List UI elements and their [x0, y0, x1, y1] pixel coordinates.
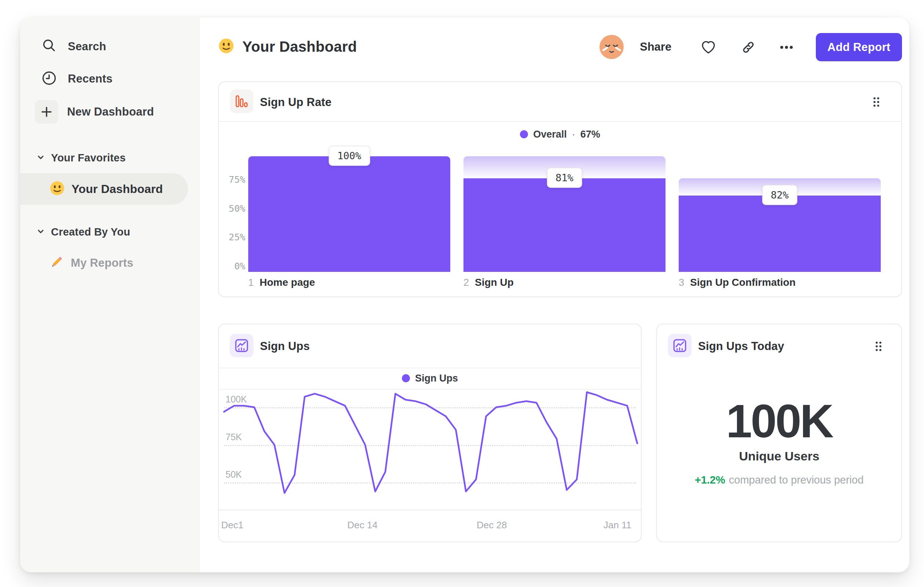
line-chart-icon [230, 334, 253, 357]
card-title: Sign Ups [260, 340, 310, 353]
x-axis-tick: Jan 11 [604, 519, 631, 531]
funnel-bar-sign-up-confirmation[interactable]: 82% [679, 82, 881, 272]
drag-handle-icon[interactable] [874, 341, 883, 354]
delta-value: +1.2% [695, 474, 725, 486]
sign-up-rate-card: Sign Up Rate Overall · 67% 75% 50% 25% 0… [218, 81, 902, 297]
y-axis-tick: 75% [219, 174, 245, 185]
funnel-plot: 100% 81% 82% [248, 82, 881, 272]
funnel-bar-sign-up[interactable]: 81% [464, 82, 665, 272]
sidebar-item-label: Recents [68, 72, 112, 86]
page-title-text: Your Dashboard [243, 38, 357, 55]
line-legend: Sign Ups [219, 368, 641, 389]
x-axis-tick: Dec1 [221, 519, 243, 531]
y-axis-tick: 25% [219, 232, 245, 243]
section-label: Created By You [51, 226, 130, 238]
step-number: 3 [679, 277, 684, 288]
funnel-bar-fill [248, 156, 450, 272]
sidebar-item-recents[interactable]: Recents [41, 70, 112, 88]
search-icon [41, 37, 58, 56]
section-your-favorites[interactable]: Your Favorites [36, 152, 126, 164]
chevron-down-icon [36, 153, 45, 163]
funnel-bar-home-page[interactable]: 100% [248, 82, 450, 272]
share-button[interactable]: Share [640, 36, 672, 58]
sidebar-item-label: Search [68, 40, 106, 53]
step-label: 2 Sign Up [464, 277, 665, 288]
sidebar-item-label: New Dashboard [67, 105, 154, 119]
y-axis-tick: 50% [219, 203, 245, 214]
step-name: Sign Up [475, 277, 514, 288]
step-number: 1 [248, 277, 254, 288]
sidebar: Search Recents New Dashboard Your Favori… [20, 18, 200, 572]
step-label: 3 Sign Up Confirmation [679, 277, 881, 288]
sign-ups-card: Sign Ups Sign Ups 100K 75K 50K Dec1 Dec … [218, 324, 642, 542]
sidebar-item-label: My Reports [71, 256, 134, 270]
funnel-bar-fill [464, 178, 665, 272]
metric-delta: +1.2%compared to previous period [657, 474, 901, 486]
x-axis-line [219, 509, 641, 510]
sidebar-item-new-dashboard[interactable]: New Dashboard [35, 100, 154, 124]
plus-icon [35, 100, 58, 124]
funnel-bar-fill [679, 195, 881, 272]
legend-label: Sign Ups [415, 373, 458, 384]
add-report-button[interactable]: Add Report [816, 33, 902, 61]
smiley-emoji-icon [50, 180, 65, 197]
y-axis-tick: 0% [219, 261, 245, 271]
section-label: Your Favorites [51, 152, 126, 164]
section-created-by-you[interactable]: Created By You [36, 226, 130, 238]
heart-icon[interactable] [699, 38, 718, 56]
app-window: Search Recents New Dashboard Your Favori… [20, 18, 909, 572]
card-header: Sign Ups Today [657, 324, 901, 368]
sign-ups-today-card: Sign Ups Today 100K Unique Users +1.2%co… [656, 324, 902, 542]
link-icon[interactable] [739, 38, 757, 56]
signups-line-path [224, 392, 637, 493]
metric-value: 100K [657, 394, 901, 448]
sidebar-item-label: Your Dashboard [71, 182, 163, 196]
conversion-badge: 82% [762, 185, 797, 205]
pencil-emoji-icon [49, 255, 64, 271]
x-axis-tick: Dec 14 [347, 519, 377, 531]
funnel-step-labels: 1 Home page 2 Sign Up 3 Sign Up Confirma… [248, 277, 881, 288]
step-label: 1 Home page [248, 277, 450, 288]
card-header: Sign Ups [219, 324, 641, 368]
delta-note: compared to previous period [729, 474, 864, 486]
legend-dot [402, 374, 410, 382]
step-name: Sign Up Confirmation [690, 277, 796, 288]
avatar[interactable] [599, 35, 624, 59]
x-axis-tick: Dec 28 [477, 519, 507, 531]
main-content: Your Dashboard Share Add Report Sign Up … [200, 18, 909, 572]
clock-icon [41, 70, 58, 88]
signups-line-chart[interactable] [219, 389, 642, 510]
line-chart-icon [668, 334, 691, 357]
more-options-icon[interactable] [777, 38, 796, 56]
sidebar-item-my-reports[interactable]: My Reports [49, 255, 134, 271]
card-title: Sign Ups Today [698, 340, 784, 353]
page-title: Your Dashboard [218, 34, 357, 60]
sidebar-item-search[interactable]: Search [41, 37, 106, 56]
chevron-down-icon [36, 227, 45, 237]
smiley-emoji-icon [218, 38, 234, 55]
sidebar-item-your-dashboard[interactable]: Your Dashboard [20, 173, 188, 205]
conversion-badge: 100% [328, 146, 370, 166]
step-name: Home page [260, 277, 315, 288]
metric-subtitle: Unique Users [657, 449, 901, 463]
conversion-badge: 81% [547, 168, 582, 188]
step-number: 2 [464, 277, 469, 288]
